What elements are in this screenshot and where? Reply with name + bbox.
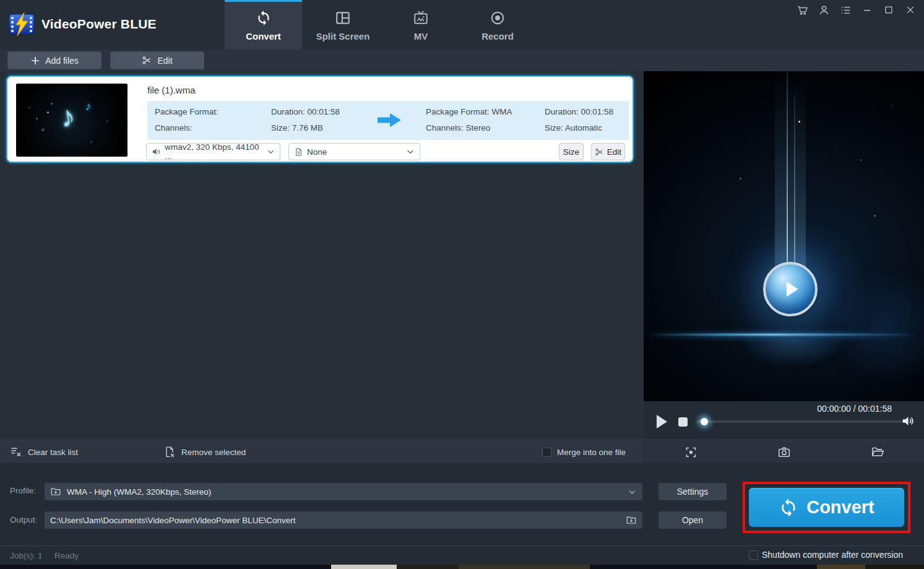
- account-button[interactable]: [815, 3, 832, 17]
- file-toolbar: Add files Edit: [0, 50, 924, 71]
- source-channels: Channels:: [155, 123, 192, 132]
- maximize-button[interactable]: [880, 3, 897, 17]
- file-thumbnail: ♪ ♪: [16, 84, 127, 157]
- horizon-line: [649, 334, 919, 336]
- stop-button[interactable]: [678, 417, 688, 427]
- profile-folder-icon: [50, 486, 61, 497]
- file-info-strip: Package Format: Channels: Duration: 00:0…: [147, 101, 629, 140]
- profile-select[interactable]: WMA - High (WMA2, 320Kbps, Stereo): [45, 483, 642, 500]
- target-package-format: Package Format: WMA: [426, 107, 512, 116]
- settings-label: Settings: [677, 487, 709, 497]
- shutdown-checkbox[interactable]: [749, 550, 758, 560]
- file-name: file (1).wma: [147, 85, 196, 95]
- close-button[interactable]: [902, 3, 919, 17]
- music-note-small-icon: ♪: [85, 100, 92, 113]
- volume-button[interactable]: [900, 414, 915, 428]
- profile-value: WMA - High (WMA2, 320Kbps, Stereo): [67, 487, 211, 497]
- speaker-icon: [152, 147, 161, 157]
- convert-arrow-icon: [378, 111, 401, 129]
- task-list: ♪ ♪ file (1).wma Package Format: Channel…: [0, 71, 644, 440]
- item-edit-button[interactable]: Edit: [591, 143, 625, 160]
- main-tabs: Convert Split Screen MV R: [225, 0, 537, 50]
- open-label: Open: [682, 515, 703, 525]
- target-size: Size: Automatic: [545, 123, 602, 132]
- player-controls: 00:00:00 / 00:01:58: [644, 401, 924, 440]
- tab-convert[interactable]: Convert: [225, 0, 302, 50]
- app-title: VideoPower BLUE: [41, 17, 157, 32]
- window-controls: [793, 3, 919, 17]
- chevron-down-icon: [628, 487, 637, 497]
- clear-list-icon: [10, 446, 22, 458]
- remove-document-icon: [163, 446, 176, 458]
- taskbar-segment: [865, 565, 924, 569]
- fullscreen-icon: [684, 446, 697, 459]
- playback-time: 00:00:00 / 00:01:58: [817, 404, 892, 414]
- tab-record[interactable]: Record: [458, 0, 537, 50]
- task-item[interactable]: ♪ ♪ file (1).wma Package Format: Channel…: [6, 76, 634, 163]
- video-preview: [644, 71, 924, 401]
- menu-button[interactable]: [837, 3, 854, 17]
- thumbnail-sparkles: [47, 111, 49, 113]
- minimize-icon: [861, 4, 873, 15]
- sync-icon: [779, 498, 798, 518]
- status-text: Ready: [54, 551, 79, 560]
- light-beam-line: [787, 71, 788, 277]
- sync-icon: [256, 10, 272, 26]
- open-output-folder-button[interactable]: [870, 444, 886, 460]
- source-size: Size: 7.76 MB: [271, 123, 323, 132]
- snapshot-button[interactable]: [776, 444, 792, 460]
- folder-open-icon: [871, 445, 884, 459]
- play-button[interactable]: [656, 415, 667, 428]
- merge-into-one-file-option[interactable]: Merge into one file: [542, 440, 626, 464]
- audio-track-select[interactable]: wmav2, 320 Kbps, 44100 ...: [146, 143, 280, 160]
- preview-play-button[interactable]: [763, 262, 818, 316]
- plus-icon: [30, 56, 40, 66]
- preview-actions: [644, 440, 924, 464]
- record-icon: [490, 10, 506, 26]
- add-files-label: Add files: [45, 56, 79, 66]
- size-button[interactable]: Size: [559, 143, 584, 160]
- tab-mv[interactable]: MV: [384, 0, 458, 50]
- target-duration: Duration: 00:01:58: [545, 107, 613, 116]
- open-button[interactable]: Open: [658, 511, 727, 529]
- title-bar: VideoPower BLUE Convert Split Screen: [0, 0, 924, 50]
- tab-label: Convert: [246, 31, 281, 41]
- app-window: VideoPower BLUE Convert Split Screen: [0, 0, 924, 569]
- reflection: [736, 339, 848, 368]
- browse-folder-icon[interactable]: [626, 515, 637, 526]
- fullscreen-button[interactable]: [683, 444, 699, 460]
- source-package-format: Package Format:: [155, 107, 218, 116]
- merge-checkbox[interactable]: [542, 448, 551, 457]
- profile-label: Profile:: [10, 486, 36, 495]
- add-files-button[interactable]: Add files: [7, 51, 101, 69]
- remove-selected-button[interactable]: Remove selected: [163, 440, 246, 464]
- tab-label: Split Screen: [316, 31, 370, 41]
- subtitle-select[interactable]: None: [288, 143, 420, 160]
- clear-task-list-button[interactable]: Clear task list: [10, 440, 78, 464]
- app-logo: VideoPower BLUE: [9, 12, 157, 36]
- settings-button[interactable]: Settings: [658, 483, 727, 500]
- videopower-logo-icon: [9, 12, 35, 36]
- output-path-field[interactable]: C:\Users\Jam\Documents\VideoPower\VideoP…: [45, 511, 642, 529]
- tab-split-screen[interactable]: Split Screen: [302, 0, 384, 50]
- split-screen-icon: [335, 10, 351, 26]
- remove-selected-label: Remove selected: [181, 448, 246, 457]
- minimize-button[interactable]: [858, 3, 876, 17]
- item-edit-label: Edit: [607, 147, 621, 157]
- output-panel: Profile: WMA - High (WMA2, 320Kbps, Ster…: [0, 463, 924, 545]
- music-note-icon: ♪: [58, 99, 77, 134]
- edit-button[interactable]: Edit: [110, 51, 204, 69]
- taskbar-segment: [397, 565, 459, 569]
- clear-task-list-label: Clear task list: [28, 448, 78, 457]
- output-label: Output:: [10, 515, 37, 524]
- list-menu-icon: [840, 4, 852, 16]
- light-beam-line: [794, 93, 795, 279]
- cart-button[interactable]: [793, 3, 811, 17]
- size-button-label: Size: [563, 147, 579, 157]
- seek-slider[interactable]: [697, 420, 915, 423]
- merge-label: Merge into one file: [557, 448, 626, 457]
- convert-button[interactable]: Convert: [749, 488, 904, 527]
- seek-slider-knob[interactable]: [701, 418, 708, 425]
- jobs-count: Job(s): 1: [10, 551, 43, 560]
- shutdown-option[interactable]: Shutdown computer after conversion: [749, 550, 903, 560]
